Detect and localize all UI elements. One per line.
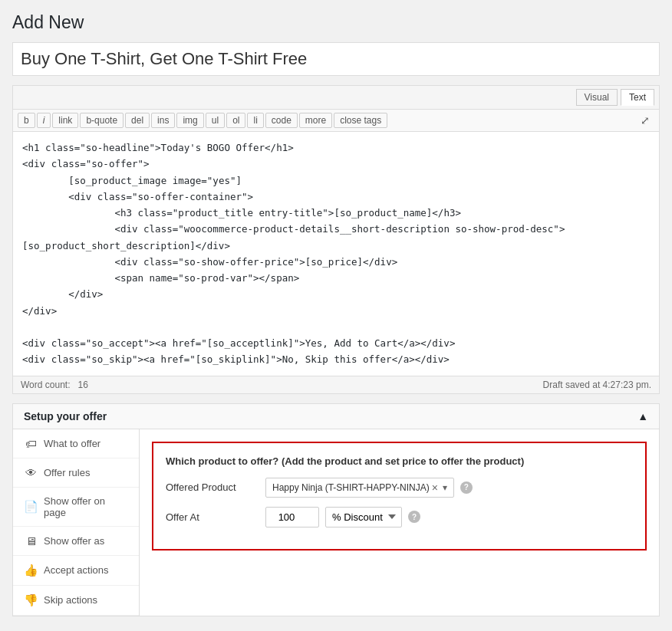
tag-icon: 🏷 xyxy=(24,437,38,450)
sidebar-item-accept-actions[interactable]: 👍 Accept actions xyxy=(13,556,139,586)
offered-product-row: Offered Product Happy Ninja (T-SHIRT-HAP… xyxy=(166,478,633,498)
toolbar-close-tags[interactable]: close tags xyxy=(334,113,387,128)
main-content: Which product to offer? (Add the product… xyxy=(140,429,659,616)
editor-footer: Word count: 16 Draft saved at 4:27:23 pm… xyxy=(13,376,659,393)
product-tag: Happy Ninja (T-SHIRT-HAPPY-NINJA) × xyxy=(272,481,438,494)
editor-tabs: Visual Text xyxy=(13,86,659,110)
offer-box: Which product to offer? (Add the product… xyxy=(152,442,647,550)
collapse-icon: ▲ xyxy=(637,410,648,422)
page-title: Add New xyxy=(12,12,660,33)
toolbar-del[interactable]: del xyxy=(125,113,150,128)
product-select-chevron: ▾ xyxy=(443,482,447,493)
editor-content[interactable]: <h1 class="so-headline">Today's BOGO Off… xyxy=(13,132,659,376)
setup-title: Setup your offer xyxy=(24,410,107,422)
product-help-icon[interactable]: ? xyxy=(460,481,473,494)
toolbar-link[interactable]: link xyxy=(52,113,78,128)
sidebar-label-show-offer-on-page: Show offer on page xyxy=(44,495,128,518)
sidebar-label-skip-actions: Skip actions xyxy=(44,594,97,606)
toolbar-more[interactable]: more xyxy=(299,113,332,128)
product-select[interactable]: Happy Ninja (T-SHIRT-HAPPY-NINJA) × ▾ xyxy=(265,478,454,498)
editor-wrap: Visual Text b i link b-quote del ins img… xyxy=(12,85,660,394)
offer-question: Which product to offer? (Add the product… xyxy=(166,455,633,467)
toolbar-code[interactable]: code xyxy=(265,113,298,128)
toolbar-i[interactable]: i xyxy=(37,113,51,128)
toolbar-ol[interactable]: ol xyxy=(226,113,245,128)
toolbar-li[interactable]: li xyxy=(247,113,263,128)
offer-at-label: Offer At xyxy=(166,511,258,523)
monitor-icon: 🖥 xyxy=(24,534,38,547)
offered-product-label: Offered Product xyxy=(166,481,258,493)
toolbar-b[interactable]: b xyxy=(18,113,35,128)
editor-toolbar: b i link b-quote del ins img ul ol li co… xyxy=(13,110,659,132)
sidebar-item-show-offer-as[interactable]: 🖥 Show offer as xyxy=(13,527,139,556)
word-count: Word count: 16 xyxy=(21,380,88,390)
sidebar-item-offer-rules[interactable]: 👁 Offer rules xyxy=(13,458,139,488)
thumbs-down-icon: 👎 xyxy=(24,593,38,607)
discount-type-select[interactable]: % Discount Fixed Price Free xyxy=(325,507,402,527)
sidebar-label-offer-rules: Offer rules xyxy=(44,467,90,478)
setup-header[interactable]: Setup your offer ▲ xyxy=(13,404,659,429)
sidebar-label-show-offer-as: Show offer as xyxy=(44,535,104,547)
sidebar-item-skip-actions[interactable]: 👎 Skip actions xyxy=(13,586,139,616)
product-select-wrap: Happy Ninja (T-SHIRT-HAPPY-NINJA) × ▾ ? xyxy=(265,478,473,498)
sidebar-label-accept-actions: Accept actions xyxy=(44,564,109,576)
toolbar-img[interactable]: img xyxy=(176,113,203,128)
sidebar-item-show-offer-on-page[interactable]: 📄 Show offer on page xyxy=(13,488,139,527)
sidebar-label-what-to-offer: What to offer xyxy=(44,438,100,449)
thumbs-up-icon: 👍 xyxy=(24,564,38,577)
offer-at-input[interactable] xyxy=(265,507,319,527)
expand-button[interactable]: ⤢ xyxy=(636,113,654,128)
sidebar-menu: 🏷 What to offer 👁 Offer rules 📄 Show off… xyxy=(13,429,140,616)
toolbar-ins[interactable]: ins xyxy=(151,113,175,128)
tab-text[interactable]: Text xyxy=(621,89,654,106)
eye-icon: 👁 xyxy=(24,466,38,479)
offer-at-wrap: % Discount Fixed Price Free ? xyxy=(265,507,420,527)
post-title-input[interactable] xyxy=(12,42,660,76)
remove-product-tag[interactable]: × xyxy=(432,481,438,494)
draft-saved: Draft saved at 4:27:23 pm. xyxy=(543,380,651,390)
setup-body: 🏷 What to offer 👁 Offer rules 📄 Show off… xyxy=(13,429,659,616)
tab-visual[interactable]: Visual xyxy=(576,89,618,106)
toolbar-ul[interactable]: ul xyxy=(206,113,225,128)
toolbar-bquote[interactable]: b-quote xyxy=(80,113,124,128)
sidebar-item-what-to-offer[interactable]: 🏷 What to offer xyxy=(13,429,139,458)
page-icon: 📄 xyxy=(24,500,38,514)
offer-at-row: Offer At % Discount Fixed Price Free ? xyxy=(166,507,633,527)
offer-at-help-icon[interactable]: ? xyxy=(408,511,420,523)
setup-section: Setup your offer ▲ 🏷 What to offer 👁 Off… xyxy=(12,403,660,616)
